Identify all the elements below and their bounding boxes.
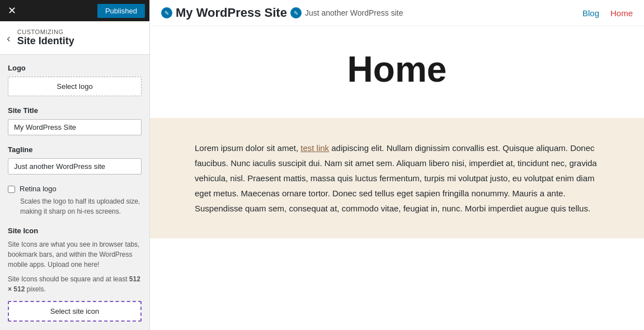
body-text-before-link: Lorem ipsum dolor sit amet, (195, 143, 300, 153)
preview-content: Lorem ipsum dolor sit amet, test link ad… (150, 118, 644, 238)
preview-header: ✎ My WordPress Site ✎ Just another WordP… (150, 0, 644, 26)
nav-titles: Customizing Site Identity (17, 29, 74, 47)
tagline-label: Tagline (8, 145, 142, 154)
logo-label: Logo (8, 64, 142, 72)
site-icon-desc: Site Icons are what you see in browser t… (8, 239, 142, 270)
nav-link-home[interactable]: Home (610, 8, 633, 18)
preview-site-title: My WordPress Site (176, 6, 287, 20)
section-title: Site Identity (17, 35, 74, 47)
customizer-panel: ✕ Published ‹ Customizing Site Identity … (0, 0, 150, 330)
site-icon-title: Site Icon (8, 227, 142, 235)
preview-hero: Home (150, 26, 644, 118)
body-text-after-link: adipiscing elit. Nullam dignissim conval… (195, 143, 597, 213)
edit-tagline-icon[interactable]: ✎ (290, 7, 302, 18)
nav-header: ‹ Customizing Site Identity (0, 21, 149, 55)
logo-group: Logo Select logo (8, 64, 142, 96)
tagline-input[interactable] (8, 158, 142, 175)
retina-logo-label: Retina logo (20, 185, 57, 193)
preview-tagline: Just another WordPress site (305, 8, 403, 17)
select-logo-button[interactable]: Select logo (8, 77, 142, 96)
preview-panel: ✎ My WordPress Site ✎ Just another WordP… (150, 0, 644, 330)
close-button[interactable]: ✕ (4, 3, 20, 18)
edit-site-title-icon[interactable]: ✎ (161, 7, 172, 18)
published-button[interactable]: Published (97, 4, 145, 18)
retina-logo-group: Retina logo Scales the logo to half its … (8, 185, 142, 216)
retina-checkbox-row: Retina logo (8, 185, 142, 193)
site-icon-section: Site Icon Site Icons are what you see in… (8, 227, 142, 322)
panel-body: Logo Select logo Site Title Tagline Reti… (0, 55, 149, 330)
test-link[interactable]: test link (300, 143, 329, 153)
site-title-label: Site Title (8, 106, 142, 115)
site-title-input[interactable] (8, 119, 142, 135)
site-title-group: Site Title (8, 106, 142, 135)
hero-title: Home (161, 49, 633, 90)
back-button[interactable]: ‹ (4, 30, 13, 46)
retina-logo-checkbox[interactable] (8, 186, 15, 193)
site-icon-size-note: Site Icons should be square and at least… (8, 274, 142, 294)
retina-logo-hint: Scales the logo to half its uploaded siz… (20, 196, 142, 216)
select-site-icon-button[interactable]: Select site icon (8, 301, 142, 322)
nav-link-blog[interactable]: Blog (582, 8, 599, 18)
top-bar: ✕ Published (0, 0, 149, 21)
tagline-group: Tagline (8, 145, 142, 175)
preview-nav: Blog Home (582, 8, 633, 18)
customizing-label: Customizing (17, 29, 74, 35)
body-paragraph: Lorem ipsum dolor sit amet, test link ad… (195, 140, 599, 216)
site-title-area: ✎ My WordPress Site ✎ Just another WordP… (161, 6, 403, 20)
